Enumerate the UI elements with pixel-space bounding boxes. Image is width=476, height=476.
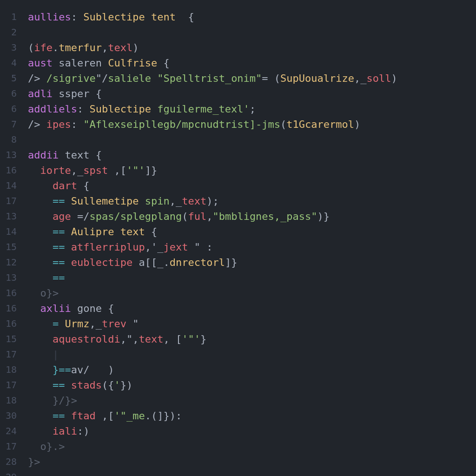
token-id: texl (108, 42, 132, 53)
code-line[interactable]: (ife.tmerfur,texl) (28, 40, 476, 55)
line-number: 14 (0, 224, 20, 239)
code-area[interactable]: aullies: Sublectipe tent {(ife.tmerfur,t… (20, 0, 476, 476)
line-number: 15 (0, 239, 20, 255)
code-line[interactable]: == (28, 270, 476, 285)
code-line[interactable]: addii text { (28, 147, 476, 163)
code-line[interactable]: addliels: Sublectipe fguilerme_texl'; (28, 101, 476, 117)
token-punc: , [ (163, 333, 182, 345)
token-str: fguilerme_texl' (157, 103, 250, 115)
line-number: 17 (0, 193, 20, 209)
token-guide (28, 349, 53, 360)
token-punc: ,'_ (145, 241, 164, 253)
code-line[interactable]: age =/spas/splegplang(ful,"bmblignes,_pa… (28, 209, 476, 224)
token-punc: ) (391, 73, 397, 84)
token-punc: ,_ (89, 318, 102, 330)
code-line[interactable]: == Aulipre text { (28, 224, 476, 239)
token-fn: t1Gcarermol (286, 119, 354, 130)
token-guide (28, 180, 53, 192)
token-punc: ) (132, 42, 139, 53)
code-line[interactable]: /> ipes: "Aflexseipllegb/mpcnudtrist]-jm… (28, 117, 476, 132)
code-line[interactable]: o}> (28, 285, 476, 301)
code-line[interactable]: adli ssper { (28, 86, 476, 101)
line-number: 6 (0, 86, 20, 101)
token-punc: : (71, 119, 84, 130)
code-line[interactable]: == atflerriplup,'_jext " : (28, 239, 476, 255)
code-line[interactable]: dart { (28, 178, 476, 193)
code-line[interactable]: axlii gone { (28, 301, 476, 316)
token-kw: addliels (28, 103, 77, 115)
code-line[interactable]: o}.> (28, 439, 476, 454)
token-fn: Urmz (65, 318, 89, 330)
token-guide (28, 318, 53, 330)
token-op: == (53, 226, 71, 238)
token-str: /sigrive (46, 73, 96, 84)
code-line[interactable]: aust saleren Culfrise { (28, 55, 476, 71)
code-line[interactable]: iali:) (28, 423, 476, 439)
token-guide (28, 226, 53, 238)
token-str: "Spelltrist_onim" (157, 73, 262, 84)
token-guide (28, 364, 53, 376)
code-line[interactable]: == stads({'}) (28, 377, 476, 393)
token-guide (28, 165, 40, 176)
line-number: 2 (0, 25, 20, 40)
token-fold: }> (28, 456, 40, 468)
token-punc: . (53, 42, 59, 53)
code-line[interactable]: }> (28, 454, 476, 469)
token-id: atflerriplup (71, 241, 145, 253)
token-punc: saleren (59, 57, 108, 69)
line-number: 16 (0, 301, 20, 316)
token-op: == (53, 272, 65, 284)
token-str: ' (114, 379, 120, 391)
token-op: == (53, 410, 71, 422)
token-punc: ,", (120, 333, 139, 345)
token-punc: { (176, 11, 194, 23)
token-fold: o}> (40, 287, 59, 299)
token-punc: } (200, 333, 206, 345)
token-str: spin (145, 195, 170, 207)
code-line[interactable]: == ftad ,['"_me.(]}): (28, 408, 476, 423)
token-guide (28, 303, 40, 314)
code-line[interactable] (28, 469, 476, 476)
line-number: 18 (0, 393, 20, 408)
token-punc: ,[ (114, 165, 126, 176)
code-line[interactable]: | (28, 347, 476, 362)
token-str: spas/splegplang (89, 211, 182, 222)
token-punc: : (77, 103, 90, 115)
code-line[interactable] (28, 25, 476, 40)
code-line[interactable]: aquestroldi,",text, ['"'} (28, 331, 476, 347)
line-number: 24 (0, 423, 20, 439)
token-punc: ,[ (102, 410, 114, 422)
line-number: 13 (0, 147, 20, 163)
token-id: age (53, 211, 77, 222)
code-line[interactable] (28, 132, 476, 147)
token-punc: ( (280, 119, 286, 130)
code-line[interactable]: aullies: Sublectipe tent { (28, 9, 476, 25)
code-editor[interactable]: 1234566781316141713141512131616161517181… (0, 0, 476, 476)
token-guide: | (53, 349, 59, 360)
token-punc: ( (28, 42, 34, 53)
token-punc: ,_ (71, 165, 84, 176)
token-guide (28, 425, 53, 437)
code-line[interactable]: == Sullemetipe spin,_text); (28, 193, 476, 209)
token-id: text (182, 195, 206, 207)
code-line[interactable]: }/}> (28, 393, 476, 408)
code-line[interactable]: iorte,_spst ,['"']} (28, 163, 476, 178)
token-fn: SupUoualrize (280, 73, 354, 84)
token-id: aquestroldi (53, 333, 120, 345)
token-kw: aullies (28, 11, 71, 23)
token-punc: : (71, 11, 84, 23)
token-guide (28, 410, 53, 422)
token-punc: { (157, 57, 170, 69)
token-fn: Sublectipe (89, 103, 157, 115)
code-line[interactable]: == eublectipe a[[_.dnrectorl]} (28, 255, 476, 270)
token-id: ife (34, 42, 53, 53)
token-id: stads (71, 379, 102, 391)
code-line[interactable]: /> /sigrive"/saliele "Spelltrist_onim"= … (28, 71, 476, 86)
code-line[interactable]: = Urmz,_trev " (28, 316, 476, 331)
token-id: ful (188, 211, 206, 222)
token-punc: ) (354, 119, 360, 130)
code-line[interactable]: }==av/ ) (28, 362, 476, 377)
token-id: ipes (46, 119, 71, 130)
token-punc: }) (120, 379, 133, 391)
token-fn: Culfrise (108, 57, 157, 69)
